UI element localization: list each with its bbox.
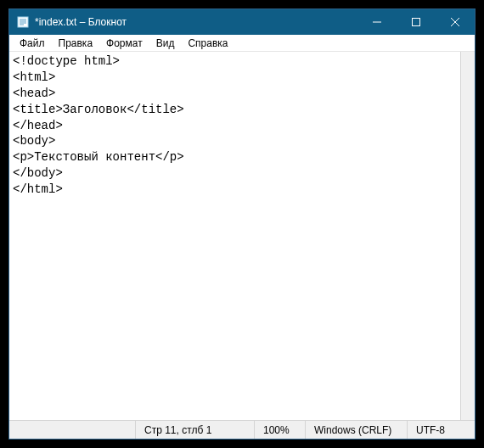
window-controls [357, 9, 475, 35]
svg-rect-6 [413, 19, 420, 26]
minimize-button[interactable] [357, 9, 397, 35]
status-spacer [9, 421, 135, 439]
notepad-window: *index.txt – Блокнот Файл Правка Формат … [8, 8, 476, 440]
window-title: *index.txt – Блокнот [35, 16, 357, 28]
menu-help[interactable]: Справка [181, 36, 234, 51]
status-zoom: 100% [254, 421, 305, 439]
vertical-scrollbar[interactable] [460, 52, 475, 420]
status-line-ending: Windows (CRLF) [305, 421, 407, 439]
close-button[interactable] [436, 9, 475, 35]
editor-content: <!doctype html> <html> <head> <title>Заг… [13, 54, 184, 196]
maximize-button[interactable] [397, 9, 436, 35]
menu-edit[interactable]: Правка [52, 36, 100, 51]
menu-view[interactable]: Вид [149, 36, 182, 51]
statusbar: Стр 11, стлб 1 100% Windows (CRLF) UTF-8 [9, 420, 475, 439]
app-icon [16, 15, 30, 29]
status-encoding: UTF-8 [407, 421, 475, 439]
menubar: Файл Правка Формат Вид Справка [9, 35, 475, 52]
status-cursor-position: Стр 11, стлб 1 [135, 421, 254, 439]
text-editor[interactable]: <!doctype html> <html> <head> <title>Заг… [9, 52, 475, 420]
menu-file[interactable]: Файл [13, 36, 52, 51]
menu-format[interactable]: Формат [99, 36, 149, 51]
svg-rect-0 [18, 17, 28, 27]
titlebar[interactable]: *index.txt – Блокнот [9, 9, 475, 35]
